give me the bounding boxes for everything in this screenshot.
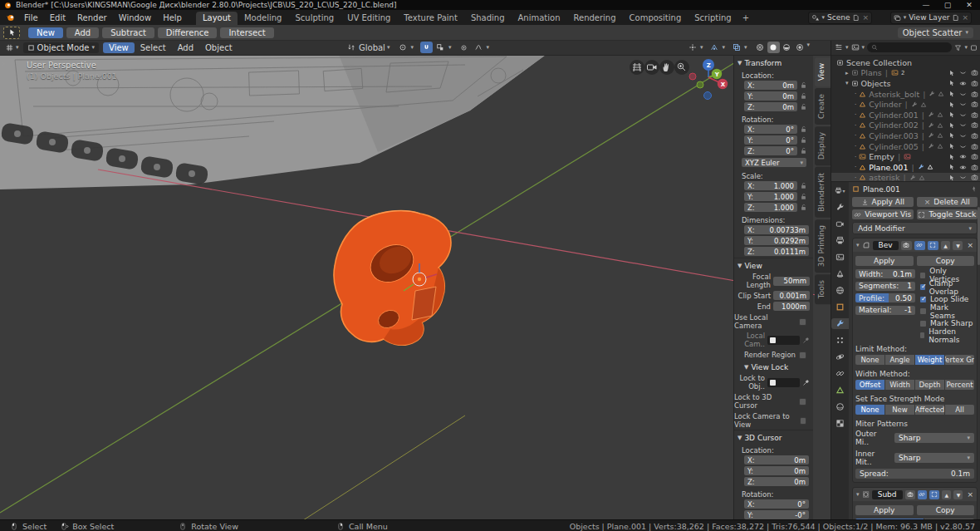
spread-slider[interactable]: Spread:0.1m: [855, 469, 974, 479]
number-field[interactable]: X:1.000: [744, 181, 797, 190]
view-lock-subheader[interactable]: ▼View Lock: [734, 360, 813, 373]
show-gizmo-icon[interactable]: [686, 42, 698, 53]
outliner-row-asterisk_bolt[interactable]: ·Asterisk_bolt|: [831, 89, 980, 100]
properties-tab-data[interactable]: [833, 385, 847, 396]
outliner-row-empty[interactable]: ·Empty|: [831, 151, 980, 162]
toggle-editmode-icon[interactable]: [928, 241, 938, 250]
close-button[interactable]: ✕: [958, 0, 980, 10]
eye-closed-icon[interactable]: [959, 143, 967, 150]
pin-icon[interactable]: [970, 185, 978, 193]
local-camera-field[interactable]: [767, 336, 800, 345]
number-field[interactable]: X:0°: [744, 499, 809, 509]
outliner-search-input[interactable]: [867, 42, 952, 52]
maximize-button[interactable]: ▢: [937, 0, 958, 10]
camera-icon[interactable]: [971, 91, 978, 98]
segment-option-width[interactable]: Width: [885, 380, 914, 390]
delete-all-button[interactable]: ×Delete All: [917, 197, 978, 207]
pointer-icon[interactable]: [948, 132, 955, 139]
number-field[interactable]: X:0.00733m: [744, 225, 809, 234]
viewport-3d[interactable]: Z Y X › User Perspective (1) Objects | P…: [0, 55, 831, 519]
shading-rendered-icon[interactable]: [794, 42, 806, 53]
outliner-row-cylinder[interactable]: ·Cylinder|: [831, 99, 980, 110]
lock-checkbox[interactable]: [800, 417, 806, 425]
profile-field[interactable]: Profile:0.50: [855, 293, 915, 302]
workspace-tab-texturepaint[interactable]: Texture Paint: [397, 12, 464, 25]
eye-open-icon[interactable]: [959, 164, 967, 171]
new-collection-icon[interactable]: [970, 44, 978, 52]
viewport-nav-buttons[interactable]: [630, 60, 689, 75]
intersect-button[interactable]: Intersect: [220, 27, 273, 38]
view-layer-selector[interactable]: ▾ View Layer ×: [890, 12, 972, 24]
toggle-realtime-icon[interactable]: [918, 490, 928, 499]
eye-closed-icon[interactable]: [959, 111, 967, 119]
viewport-menu-add[interactable]: Add: [172, 42, 199, 53]
lock-icon[interactable]: [800, 103, 807, 111]
object-scatter-dropdown[interactable]: Object Scatter ▾: [898, 27, 973, 38]
expander-icon[interactable]: ▸: [845, 70, 849, 76]
pointer-icon[interactable]: [948, 122, 955, 129]
camera-icon[interactable]: [971, 80, 978, 87]
viewport-vis-button[interactable]: Viewport Vis: [852, 209, 914, 219]
number-field[interactable]: Y:-0°: [744, 510, 809, 519]
delete-modifier-icon[interactable]: ×: [967, 241, 973, 249]
number-field[interactable]: Z:1.000: [744, 203, 797, 212]
pointer-icon[interactable]: [948, 91, 955, 97]
toolbar-expand-arrow[interactable]: ›: [2, 58, 5, 69]
camera-icon[interactable]: [971, 121, 978, 129]
menu-render[interactable]: Render: [71, 13, 113, 22]
new-scene-icon[interactable]: [852, 14, 860, 22]
remove-layer-icon[interactable]: ×: [962, 13, 968, 22]
collapse-arrow-icon[interactable]: ▾: [856, 242, 860, 248]
mode-dropdown[interactable]: Object Mode ▾: [23, 42, 100, 53]
display-mode-icon[interactable]: [835, 43, 843, 52]
eye-open-icon[interactable]: [959, 153, 967, 160]
proportional-edit-icon[interactable]: [458, 42, 470, 53]
number-field[interactable]: Z:0°: [744, 146, 797, 155]
camera-icon[interactable]: [971, 111, 978, 119]
overlays-icon[interactable]: [708, 42, 721, 53]
properties-tab-tool[interactable]: [833, 202, 847, 213]
viewport-menu-select[interactable]: Select: [135, 42, 172, 53]
filter-funnel-icon[interactable]: [954, 44, 962, 52]
rotation-order-dropdown[interactable]: XYZ Euler▾: [742, 158, 806, 167]
n-panel-tab-blenderkit[interactable]: BlenderKit: [815, 167, 831, 218]
checkbox[interactable]: [919, 307, 927, 315]
eye-closed-icon[interactable]: [959, 69, 967, 76]
lock-icon[interactable]: [800, 182, 807, 189]
selected-object[interactable]: [334, 211, 451, 346]
lock-icon[interactable]: [800, 92, 807, 100]
outliner-row-objects[interactable]: ▾Objects: [831, 78, 980, 89]
use-local-camera-checkbox[interactable]: [799, 318, 806, 326]
pointer-icon[interactable]: [948, 111, 955, 118]
number-field[interactable]: Y:0.0292m: [744, 236, 809, 245]
pan-hand-button[interactable]: [659, 60, 674, 75]
checkbox[interactable]: [919, 272, 926, 279]
outliner-row-cylinder-001[interactable]: ·Cylinder.001|: [831, 110, 980, 120]
checkbox[interactable]: [919, 283, 926, 291]
menu-edit[interactable]: Edit: [44, 13, 71, 22]
lock-icon[interactable]: [800, 125, 807, 133]
pointer-icon[interactable]: [948, 80, 955, 86]
filter-type-icon[interactable]: [851, 43, 860, 52]
n-panel-tab-3d-printing[interactable]: 3D Printing: [815, 219, 831, 273]
pointer-icon[interactable]: [948, 154, 955, 160]
miter-dropdown[interactable]: Sharp▾: [894, 453, 974, 463]
workspace-tab-shading[interactable]: Shading: [464, 12, 512, 25]
checkbox[interactable]: [919, 320, 927, 327]
new-layer-icon[interactable]: [952, 14, 959, 22]
perspective-button[interactable]: [630, 60, 644, 75]
subtract-button[interactable]: Subtract: [102, 27, 154, 38]
camera-icon[interactable]: [971, 174, 978, 181]
properties-tab-render[interactable]: [833, 219, 847, 229]
number-field[interactable]: Y:0m: [744, 91, 797, 101]
pointer-icon[interactable]: [948, 175, 955, 181]
properties-tab-particles[interactable]: [833, 335, 847, 346]
copy-button[interactable]: Copy: [917, 505, 975, 515]
segment-option-all[interactable]: All: [945, 405, 974, 415]
move-down-button[interactable]: ▼: [953, 490, 963, 499]
apply-button[interactable]: Apply: [855, 505, 914, 515]
pointer-icon[interactable]: [948, 143, 955, 150]
eye-closed-icon[interactable]: [959, 101, 967, 108]
setting-field[interactable]: 1000m: [773, 302, 810, 311]
pointer-icon[interactable]: [948, 101, 955, 108]
